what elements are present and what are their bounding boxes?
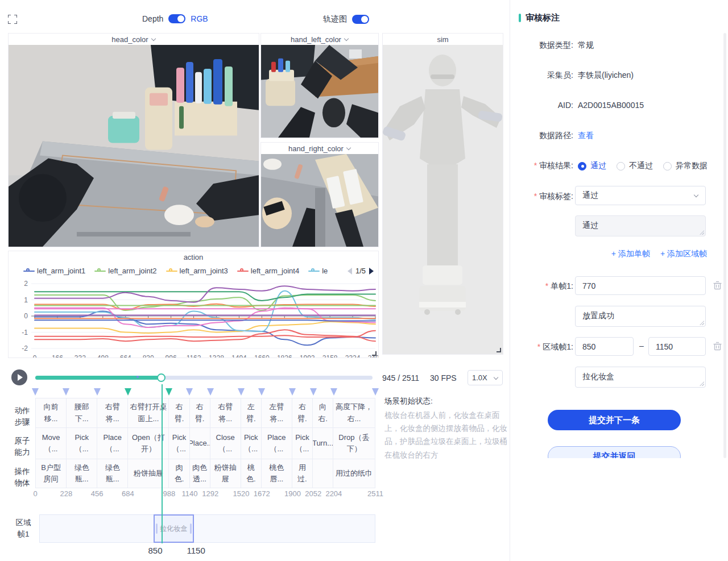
step-cell[interactable]: 绿色瓶... — [67, 459, 97, 488]
region-end-input[interactable]: 1150 — [648, 337, 706, 356]
step-cell[interactable]: Pick（... — [241, 428, 262, 459]
step-cell[interactable]: Place.. — [190, 428, 210, 459]
svg-text:1992: 1992 — [300, 354, 315, 358]
depth-rgb-switch[interactable] — [168, 14, 185, 23]
step-cell[interactable]: 肉色. — [169, 459, 189, 488]
sim-resize-handle[interactable] — [497, 348, 501, 352]
add-region-frame-link[interactable]: + 添加区域帧 — [660, 249, 707, 259]
step-cell[interactable]: 用过. — [292, 459, 313, 488]
timeline-marker-1900[interactable] — [289, 388, 296, 396]
svg-text:1494: 1494 — [231, 354, 247, 358]
timeline-marker-1520[interactable] — [238, 388, 245, 396]
step-cell[interactable]: Turn... — [313, 428, 333, 459]
step-cell[interactable]: Move（... — [36, 428, 67, 459]
timeline-marker-684[interactable] — [125, 388, 131, 396]
fullscreen-icon[interactable] — [8, 15, 17, 24]
legend-item-left_arm_joint2[interactable]: left_arm_joint2 — [94, 267, 156, 275]
step-cell[interactable]: 向前移... — [36, 398, 67, 427]
svg-text:2324: 2324 — [345, 354, 361, 358]
step-cell[interactable]: Place（... — [262, 428, 292, 459]
trajectory-switch[interactable] — [352, 15, 369, 24]
step-cell[interactable]: Open（打开） — [128, 428, 169, 459]
legend-item-left_arm_joint1[interactable]: left_arm_joint1 — [23, 267, 85, 275]
step-cell[interactable]: Pick（... — [67, 428, 97, 459]
step-cell[interactable]: 粉饼抽屉 — [210, 459, 241, 488]
step-cell[interactable]: 右臂打开桌面上... — [128, 398, 169, 427]
step-cell[interactable]: 右臂将... — [97, 398, 128, 427]
step-cell[interactable]: 用过的纸巾 — [333, 459, 375, 488]
submit-next-button[interactable]: 提交并下一条 — [548, 410, 681, 430]
step-cell[interactable]: 绿色瓶... — [97, 459, 128, 488]
svg-text:2158: 2158 — [322, 354, 338, 358]
legend-prev-icon[interactable] — [348, 268, 352, 275]
region-start-input[interactable]: 850 — [575, 337, 634, 356]
step-cell[interactable]: 左臂. — [241, 398, 262, 427]
single-frame-input[interactable]: 770 — [575, 276, 706, 295]
review-tag-note[interactable]: 通过 — [575, 215, 706, 236]
step-cell[interactable]: 肉色透... — [190, 459, 210, 488]
step-cell[interactable]: Drop（丢下） — [333, 428, 375, 459]
step-cell[interactable]: 右臂将... — [210, 398, 241, 427]
timeline-marker-2052[interactable] — [310, 388, 317, 396]
step-cell[interactable]: 粉饼抽屉 — [128, 459, 169, 488]
head-camera-selector[interactable]: head_color — [9, 34, 259, 45]
step-cell[interactable]: Place（... — [97, 428, 128, 459]
svg-text:498: 498 — [97, 354, 109, 358]
step-cell[interactable]: 右臂. — [292, 398, 313, 427]
play-button[interactable] — [11, 369, 27, 385]
region-segment[interactable]: 拉化妆盒 — [154, 514, 194, 543]
step-cell[interactable]: 桃色唇... — [262, 459, 292, 488]
timeline-marker-1672[interactable] — [258, 388, 265, 396]
timeline-marker-0[interactable] — [32, 388, 39, 396]
delete-region-frame-icon[interactable] — [713, 342, 722, 351]
sim-viewport[interactable] — [383, 45, 503, 354]
step-cell[interactable]: 向右. — [313, 398, 333, 427]
timeline-marker-1292[interactable] — [207, 388, 214, 396]
step-cell[interactable]: Pick（... — [292, 428, 313, 459]
slider-thumb[interactable] — [157, 373, 166, 382]
step-cell[interactable]: 右臂. — [190, 398, 210, 427]
keyframe-dot[interactable] — [136, 376, 139, 378]
region-frame-bar[interactable]: 拉化妆盒 — [39, 514, 375, 543]
delete-single-frame-icon[interactable] — [713, 281, 722, 290]
playback-slider[interactable] — [35, 376, 373, 380]
panel-scrollbar[interactable] — [723, 33, 726, 458]
timeline-marker-1140[interactable] — [186, 388, 193, 396]
review-tag-select[interactable]: 通过 — [575, 186, 706, 205]
step-cell[interactable]: 左臂将... — [262, 398, 292, 427]
legend-item-le[interactable]: le — [308, 267, 328, 275]
step-cell[interactable]: 高度下降，右... — [333, 398, 375, 427]
step-cell[interactable]: Pick（... — [169, 428, 189, 459]
submit-back-button[interactable]: 提交并返回 — [548, 446, 681, 458]
action-chart-plot[interactable]: 210-1-2016633249866483099611621328149416… — [9, 279, 378, 358]
step-cell[interactable]: Close（... — [210, 428, 241, 459]
radio-pass[interactable]: 通过 — [578, 161, 606, 171]
chart-resize-handle[interactable] — [372, 351, 377, 356]
legend-next-icon[interactable] — [369, 268, 374, 275]
axis-tick-label: 456 — [91, 489, 104, 498]
data-path-view-link[interactable]: 查看 — [578, 131, 594, 141]
speed-select[interactable]: 1.0X — [468, 370, 503, 385]
data-type-field: 数据类型: 常规 — [511, 40, 594, 51]
region-frame-desc[interactable]: 拉化妆盒 — [575, 367, 706, 388]
legend-item-left_arm_joint4[interactable]: left_arm_joint4 — [237, 267, 299, 275]
step-cell[interactable]: 桃色. — [241, 459, 262, 488]
timeline-marker-2204[interactable] — [330, 388, 337, 396]
timeline-marker-2511[interactable] — [372, 388, 379, 396]
hand-right-camera-selector[interactable]: hand_right_color — [261, 143, 378, 154]
radio-fail[interactable]: 不通过 — [617, 161, 653, 171]
hand-left-camera-selector[interactable]: hand_left_color — [261, 34, 378, 45]
legend-item-left_arm_joint3[interactable]: left_arm_joint3 — [166, 267, 228, 275]
timeline-marker-988[interactable] — [166, 388, 172, 396]
step-cell[interactable]: B户型房间 — [36, 459, 67, 488]
radio-abnormal[interactable]: 异常数据 — [663, 161, 708, 171]
timeline-marker-228[interactable] — [63, 388, 69, 396]
timeline-marker-456[interactable] — [94, 388, 101, 396]
add-single-frame-link[interactable]: + 添加单帧 — [611, 249, 650, 259]
segment-right-handle[interactable] — [190, 523, 192, 534]
step-cell[interactable]: 右臂. — [169, 398, 189, 427]
step-cell[interactable] — [313, 459, 333, 488]
step-cell[interactable]: 腰部下... — [67, 398, 97, 427]
single-frame-desc[interactable]: 放置成功 — [575, 306, 706, 327]
segment-left-handle[interactable] — [156, 523, 158, 534]
